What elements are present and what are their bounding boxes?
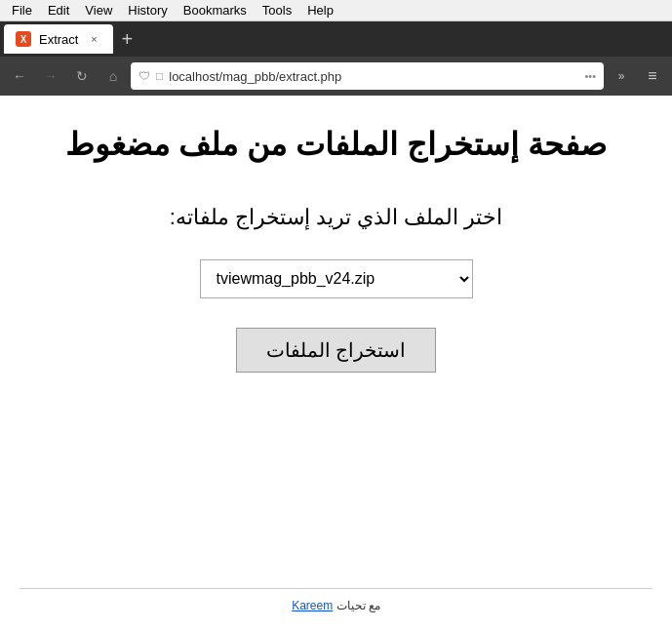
browser-tab[interactable]: X Extract × — [4, 24, 113, 54]
home-button[interactable]: ⌂ — [99, 62, 127, 90]
page-subtitle: اختر الملف الذي تريد إستخراج ملفاته: — [170, 205, 503, 230]
back-button[interactable]: ← — [6, 62, 33, 90]
forward-more-button[interactable]: » — [608, 62, 635, 90]
security-icon: 🛡 — [138, 69, 150, 83]
page-title: صفحة إستخراج الملفات من ملف مضغوط — [65, 125, 606, 166]
tab-close-button[interactable]: × — [86, 31, 101, 47]
file-select[interactable]: tviewmag_pbb_v24.zip — [200, 259, 473, 298]
tab-title: Extract — [39, 32, 78, 47]
menu-tools[interactable]: Tools — [255, 1, 299, 20]
address-bar[interactable]: 🛡 □ localhost/mag_pbb/extract.php ••• — [131, 62, 604, 90]
reload-button[interactable]: ↻ — [68, 62, 96, 90]
menu-bar: File Edit View History Bookmarks Tools H… — [0, 0, 672, 21]
menu-help[interactable]: Help — [299, 1, 341, 20]
new-tab-button[interactable]: + — [113, 29, 140, 49]
menu-edit[interactable]: Edit — [40, 1, 77, 20]
page-icon: □ — [156, 69, 163, 83]
footer-text: مع تحيات Kareem — [292, 599, 380, 612]
forward-button[interactable]: → — [37, 62, 64, 90]
footer-link[interactable]: Kareem — [292, 599, 333, 612]
menu-history[interactable]: History — [120, 1, 175, 20]
browser-menu-button[interactable]: ≡ — [639, 62, 666, 90]
footer-divider — [20, 588, 652, 589]
address-more-icon[interactable]: ••• — [584, 70, 596, 82]
menu-view[interactable]: View — [77, 1, 120, 20]
tab-favicon: X — [16, 31, 31, 47]
page-content: صفحة إستخراج الملفات من ملف مضغوط اختر ا… — [0, 96, 672, 630]
tab-bar: X Extract × + — [0, 21, 672, 57]
nav-bar: ← → ↻ ⌂ 🛡 □ localhost/mag_pbb/extract.ph… — [0, 57, 672, 96]
menu-file[interactable]: File — [4, 1, 40, 20]
extract-button[interactable]: استخراج الملفات — [236, 328, 437, 373]
url-text: localhost/mag_pbb/extract.php — [169, 69, 578, 84]
menu-bookmarks[interactable]: Bookmarks — [176, 1, 255, 20]
